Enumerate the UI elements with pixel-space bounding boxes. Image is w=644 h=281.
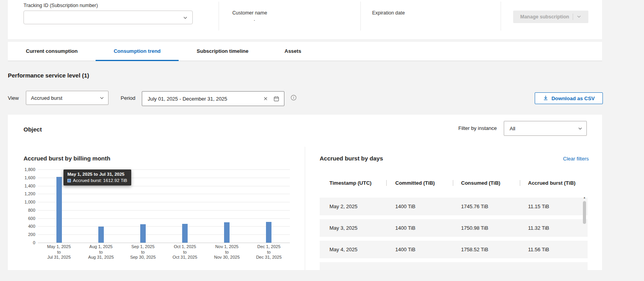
- table-cell: 11.15 TiB: [520, 198, 588, 215]
- x-axis-tick-label: Nov 1, 2025toNov 30, 2025: [206, 244, 248, 260]
- clear-filters-link[interactable]: Clear filters: [563, 156, 589, 162]
- bar[interactable]: [182, 224, 188, 243]
- table-row: May 3, 20251400 TiB1750.98 TiB11.32 TiB: [320, 219, 588, 237]
- tab-current-consumption[interactable]: Current consumption: [8, 42, 96, 61]
- view-label: View: [8, 95, 19, 101]
- table-scrollbar[interactable]: ▲: [582, 196, 586, 267]
- tooltip-title: May 1, 2025 to Jul 31, 2025: [67, 172, 127, 177]
- table-cell: 1750.98 TiB: [453, 219, 520, 237]
- chevron-down-icon: [577, 14, 581, 20]
- scrollbar-thumb[interactable]: [583, 201, 586, 224]
- view-dropdown[interactable]: Accrued burst: [26, 91, 109, 105]
- table-row: May 2, 20251400 TiB1745.76 TiB11.15 TiB: [320, 198, 588, 215]
- column-header: Timestamp (UTC): [320, 179, 386, 187]
- y-axis-tick-label: 800: [16, 207, 35, 213]
- download-icon: [543, 95, 548, 102]
- period-value: July 01, 2025 - December 31, 2025: [148, 96, 258, 102]
- bar[interactable]: [266, 222, 271, 243]
- column-header: Accrued burst (TiB): [520, 179, 588, 187]
- y-axis-tick-label: 0: [16, 240, 35, 245]
- gridline: [38, 194, 290, 194]
- chevron-down-icon: [99, 95, 104, 100]
- section-title: Performance service level (1): [8, 72, 89, 79]
- table-header: Timestamp (UTC)Committed (TiB)Consumed (…: [320, 179, 588, 187]
- table-cell: 11.32 TiB: [520, 219, 588, 237]
- y-axis-tick-label: 1,000: [16, 199, 35, 205]
- y-axis-tick-label: 200: [16, 232, 35, 237]
- divider: [305, 147, 305, 270]
- tooltip-value: Accrued burst: 1612.92 TiB: [73, 178, 127, 183]
- table-row: May 4, 20251400 TiB1758.52 TiB11.56 TiB: [320, 241, 588, 258]
- y-axis-tick-label: 1,800: [16, 167, 35, 172]
- customer-name-value: .: [232, 16, 277, 22]
- gridline: [38, 234, 290, 235]
- table-cell: May 2, 2025: [320, 198, 386, 215]
- gridline: [38, 210, 290, 211]
- page: Tracking ID (Subscription number) Custom…: [0, 0, 644, 281]
- scroll-up-icon[interactable]: ▲: [582, 196, 586, 200]
- table-cell: 1400 TiB: [386, 241, 453, 258]
- manage-subscription-label: Manage subscription: [520, 14, 569, 20]
- bar[interactable]: [140, 224, 146, 243]
- table-title: Accrued burst by days: [320, 155, 383, 162]
- x-axis-tick-label: May 1, 2025toJul 31, 2025: [38, 244, 80, 260]
- tab-bar: Current consumption Consumption trend Su…: [8, 42, 602, 61]
- y-axis-tick-label: 600: [16, 216, 35, 221]
- table-cell: 1745.76 TiB: [453, 198, 520, 215]
- table-body: May 2, 20251400 TiB1745.76 TiB11.15 TiBM…: [320, 198, 588, 270]
- table-cell: May 3, 2025: [320, 219, 386, 237]
- customer-name-label: Customer name: [232, 10, 267, 16]
- expiration-date-label: Expiration date: [372, 10, 405, 16]
- table-cell: May 4, 2025: [320, 241, 386, 258]
- chevron-down-icon: [183, 15, 188, 20]
- gridline: [38, 218, 290, 219]
- bar[interactable]: [224, 222, 230, 243]
- gridline: [38, 226, 290, 227]
- calendar-icon[interactable]: [273, 96, 279, 102]
- clear-icon[interactable]: [263, 96, 268, 101]
- download-csv-button[interactable]: Download as CSV: [535, 92, 603, 104]
- period-input[interactable]: July 01, 2025 - December 31, 2025: [142, 91, 284, 106]
- tab-assets[interactable]: Assets: [266, 42, 319, 61]
- chart-title: Accrued burst by billing month: [24, 155, 110, 162]
- subscription-header-card: Tracking ID (Subscription number) Custom…: [8, 0, 602, 39]
- table-cell: 1758.52 TiB: [453, 241, 520, 258]
- x-axis-tick-label: Dec 1, 2025toDec 31, 2025: [248, 244, 290, 260]
- info-icon[interactable]: [291, 95, 297, 101]
- instance-filter-label: Filter by instance: [458, 125, 497, 131]
- divider: [573, 14, 573, 20]
- column-header: Consumed (TiB): [453, 179, 520, 187]
- instance-filter-dropdown[interactable]: All: [504, 121, 587, 136]
- tab-subscription-timeline[interactable]: Subscription timeline: [179, 42, 266, 61]
- divider: [360, 2, 361, 31]
- table-cell: 1400 TiB: [386, 198, 453, 215]
- object-title: Object: [24, 126, 42, 133]
- series-swatch-icon: [67, 179, 71, 182]
- chart-tooltip: May 1, 2025 to Jul 31, 2025 Accrued burs…: [63, 169, 131, 186]
- period-label: Period: [121, 95, 136, 101]
- gridline: [38, 243, 290, 243]
- table-cell: 1400 TiB: [386, 219, 453, 237]
- tab-consumption-trend[interactable]: Consumption trend: [96, 42, 179, 61]
- y-axis-tick-label: 1,600: [16, 175, 35, 180]
- gridline: [38, 186, 290, 186]
- column-header: Committed (TiB): [386, 179, 453, 187]
- x-axis-tick-label: Oct 1, 2025toOct 31, 2025: [164, 244, 206, 260]
- x-axis-tick-label: Aug 1, 2025toAug 31, 2025: [80, 244, 122, 260]
- y-axis-tick-label: 1,400: [16, 183, 35, 189]
- download-csv-label: Download as CSV: [552, 95, 595, 101]
- bar[interactable]: [98, 227, 104, 243]
- y-axis-tick-label: 400: [16, 223, 35, 229]
- divider: [501, 2, 501, 31]
- y-axis-tick-label: 1,200: [16, 191, 35, 196]
- tracking-id-dropdown[interactable]: [24, 11, 193, 24]
- x-axis-tick-label: Sep 1, 2025toSep 30, 2025: [122, 244, 164, 260]
- bar[interactable]: [56, 177, 62, 243]
- table-cell: 11.56 TiB: [520, 241, 588, 258]
- gridline: [38, 202, 290, 202]
- view-value: Accrued burst: [31, 95, 62, 101]
- instance-filter-value: All: [510, 126, 515, 131]
- table-row-partial: [320, 262, 588, 270]
- bar-chart: May 1, 2025 to Jul 31, 2025 Accrued burs…: [16, 166, 302, 269]
- manage-subscription-button[interactable]: Manage subscription: [513, 11, 588, 23]
